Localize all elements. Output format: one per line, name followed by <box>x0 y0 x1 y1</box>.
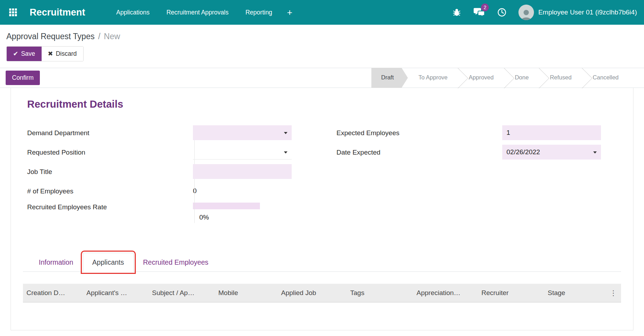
num-employees-value: 0 <box>193 187 197 195</box>
user-name: Employee User 01 (i9zclhb7b6i4) <box>538 8 637 16</box>
menu-applications[interactable]: Applications <box>116 9 150 16</box>
status-steps: Draft To Approve Approved Done Refused C… <box>371 68 629 88</box>
top-navbar: Recruitment Applications Recruitment App… <box>0 0 644 25</box>
status-step-refused[interactable]: Refused <box>539 68 582 88</box>
num-employees-label: # of Employees <box>27 187 193 195</box>
col-appreciation[interactable]: Appreciation… <box>413 284 478 302</box>
save-button-label: Save <box>21 50 35 58</box>
breadcrumb-current: New <box>104 32 120 41</box>
bug-icon[interactable] <box>451 6 463 18</box>
form-actions: ✔ Save ✖ Discard <box>0 43 644 68</box>
discard-button-label: Discard <box>56 50 77 58</box>
confirm-button[interactable]: Confirm <box>6 71 40 85</box>
messages-icon[interactable]: 2 <box>473 6 485 18</box>
apps-grid-icon[interactable] <box>9 8 17 16</box>
recruited-rate-percent: 0% <box>199 214 260 221</box>
menu-reporting[interactable]: Reporting <box>245 9 272 16</box>
menu-recruitment-approvals[interactable]: Recruitment Approvals <box>166 9 229 16</box>
col-creation-date[interactable]: Creation D… <box>23 284 83 302</box>
recruited-rate-label: Recruited Employees Rate <box>27 203 193 211</box>
close-icon: ✖ <box>48 50 53 58</box>
form-sheet: Recruitment Details Demand Department Re… <box>11 88 633 330</box>
discard-button[interactable]: ✖ Discard <box>42 47 83 61</box>
tab-information[interactable]: Information <box>29 253 83 272</box>
col-stage[interactable]: Stage <box>544 284 607 302</box>
demand-department-label: Demand Department <box>27 128 193 137</box>
chevron-down-icon <box>593 151 597 154</box>
expected-employees-field[interactable] <box>502 125 601 140</box>
expected-employees-input[interactable] <box>506 125 590 140</box>
activity-clock-icon[interactable] <box>496 6 508 18</box>
tab-recruited-employees[interactable]: Recruited Employees <box>134 253 218 272</box>
app-title[interactable]: Recruitment <box>30 7 85 18</box>
save-button[interactable]: ✔ Save <box>7 47 42 61</box>
notebook-tabs: Information Applicants Recruited Employe… <box>23 253 621 272</box>
job-title-label: Job Title <box>27 167 193 176</box>
chevron-down-icon <box>284 132 287 134</box>
applicants-table-body <box>23 302 621 319</box>
tab-applicants[interactable]: Applicants <box>83 253 134 272</box>
statusbar: Confirm Draft To Approve Approved Done R… <box>0 68 644 88</box>
main-menu: Applications Recruitment Approvals Repor… <box>116 9 272 16</box>
form-column-right: Expected Employees Date Expected 02/26/2… <box>336 125 621 225</box>
plus-icon[interactable]: + <box>287 7 292 18</box>
breadcrumb-parent-link[interactable]: Approval Request Types <box>6 32 95 41</box>
page-title: Recruitment Details <box>27 98 621 110</box>
form-grid: Demand Department Requested Position Job… <box>27 125 621 225</box>
status-step-approved[interactable]: Approved <box>458 68 504 88</box>
requested-position-label: Requested Position <box>27 148 193 156</box>
applicants-table-header: Creation D… Applicant's … Subject / Ap… … <box>23 284 621 302</box>
col-mobile[interactable]: Mobile <box>215 284 278 302</box>
message-count-badge: 2 <box>481 4 489 11</box>
job-title-input[interactable] <box>197 164 281 179</box>
status-step-draft[interactable]: Draft <box>371 68 408 88</box>
col-applicants-name[interactable]: Applicant's … <box>83 284 148 302</box>
date-expected-value: 02/26/2022 <box>506 148 540 156</box>
status-step-done[interactable]: Done <box>504 68 539 88</box>
status-step-to-approve[interactable]: To Approve <box>408 68 458 88</box>
optional-columns-icon[interactable]: ⋮ <box>607 284 621 302</box>
col-applied-job[interactable]: Applied Job <box>278 284 347 302</box>
col-subject-application[interactable]: Subject / Ap… <box>148 284 215 302</box>
status-step-cancelled[interactable]: Cancelled <box>582 68 629 88</box>
navbar-right: 2 Employee User 01 (i9zclhb7b6i4) <box>451 5 637 20</box>
date-expected-label: Date Expected <box>336 148 502 156</box>
job-title-field[interactable] <box>193 164 292 179</box>
col-recruiter[interactable]: Recruiter <box>478 284 544 302</box>
requested-position-select[interactable] <box>193 145 292 160</box>
recruited-rate-wrap: 0% <box>193 203 260 221</box>
breadcrumb-separator: / <box>98 32 100 41</box>
recruited-rate-progressbar <box>193 203 260 209</box>
chevron-down-icon <box>284 151 287 154</box>
form-column-left: Demand Department Requested Position Job… <box>27 125 312 225</box>
col-tags[interactable]: Tags <box>347 284 413 302</box>
check-icon: ✔ <box>13 50 18 58</box>
date-expected-field[interactable]: 02/26/2022 <box>502 145 601 160</box>
breadcrumb: Approval Request Types / New <box>0 25 644 43</box>
user-menu[interactable]: Employee User 01 (i9zclhb7b6i4) <box>518 5 637 20</box>
expected-employees-label: Expected Employees <box>336 128 502 137</box>
avatar <box>518 5 534 20</box>
demand-department-select[interactable] <box>193 125 292 140</box>
